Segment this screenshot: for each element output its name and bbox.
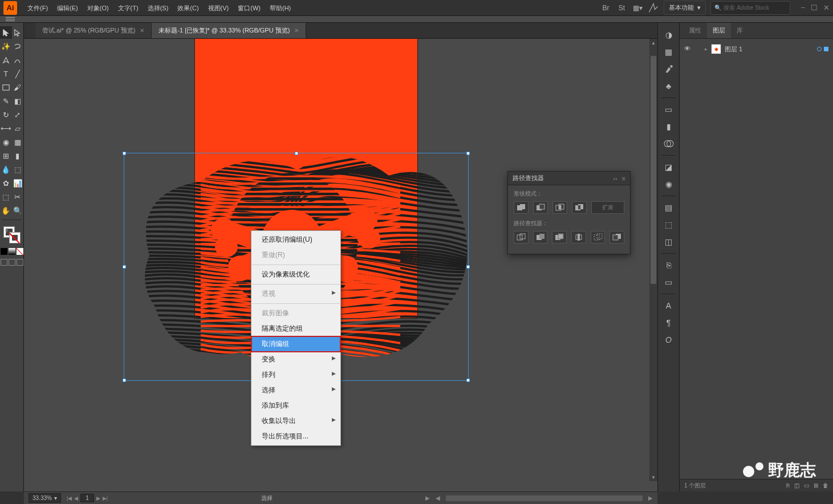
shaper-tool[interactable]: ✎ <box>0 95 12 107</box>
line-tool[interactable]: ╱ <box>12 67 24 80</box>
artboard-tool[interactable]: ⬚ <box>0 190 12 203</box>
close-icon[interactable]: ✕ <box>823 3 830 12</box>
expand-button[interactable]: 扩展 <box>591 201 624 214</box>
minimize-icon[interactable]: − <box>801 3 805 12</box>
resize-handle[interactable] <box>466 265 470 269</box>
align-panel-icon[interactable]: ▤ <box>661 200 677 215</box>
panel-menu-icon[interactable] <box>6 17 15 21</box>
draw-inside[interactable] <box>17 259 23 266</box>
ctx-select[interactable]: 选择▶ <box>251 383 340 398</box>
maximize-icon[interactable]: ☐ <box>811 3 818 12</box>
none-swatch[interactable] <box>17 248 23 255</box>
unite-button[interactable] <box>514 201 529 214</box>
vertical-scrollbar[interactable]: ▲ ▼ <box>649 39 657 481</box>
draw-normal[interactable] <box>1 259 7 266</box>
pen-tool[interactable] <box>0 54 12 66</box>
menu-effect[interactable]: 效果(C) <box>173 0 203 16</box>
visibility-icon[interactable]: 👁 <box>684 45 692 53</box>
merge-button[interactable] <box>552 231 567 243</box>
paragraph-panel-icon[interactable]: ¶ <box>661 315 677 330</box>
locate-icon[interactable]: ⎘ <box>786 482 790 489</box>
character-panel-icon[interactable]: A <box>661 298 677 313</box>
scroll-up-icon[interactable]: ▲ <box>649 39 657 47</box>
fill-stroke-swatch[interactable]: ? <box>2 225 22 245</box>
ctx-export-selection[interactable]: 导出所选项目... <box>251 429 340 444</box>
menu-select[interactable]: 选择(S) <box>143 0 173 16</box>
trim-button[interactable] <box>533 231 548 243</box>
target-icon[interactable] <box>817 47 822 51</box>
menu-object[interactable]: 对象(O) <box>83 0 113 16</box>
color-panel-icon[interactable]: ◑ <box>661 27 677 42</box>
symbol-sprayer-tool[interactable]: ✿ <box>0 177 12 189</box>
hscroll-right-icon[interactable]: ▶ <box>648 495 653 501</box>
menu-type[interactable]: 文字(T) <box>113 0 143 16</box>
scroll-thumb[interactable] <box>651 56 656 284</box>
tab-libraries[interactable]: 库 <box>731 23 749 38</box>
menu-view[interactable]: 视图(V) <box>204 0 234 16</box>
last-page-icon[interactable]: ▶| <box>103 495 108 501</box>
layer-name[interactable]: 图层 1 <box>725 45 742 54</box>
new-sublayer-icon[interactable]: ▭ <box>804 482 809 489</box>
hscroll-left-icon[interactable]: ◀ <box>436 495 440 501</box>
asset-export-panel-icon[interactable]: ⎘ <box>661 258 677 273</box>
menu-help[interactable]: 帮助(H) <box>265 0 295 16</box>
transform-panel-icon[interactable]: ⬚ <box>661 217 677 232</box>
pathfinder-header[interactable]: 路径查找器 ››≡ <box>508 172 630 185</box>
ctx-add-to-library[interactable]: 添加到库 <box>251 398 340 413</box>
divide-button[interactable] <box>514 231 529 243</box>
close-tab-icon[interactable]: ✕ <box>294 27 299 34</box>
collapse-icon[interactable]: ›› <box>613 175 617 182</box>
scroll-down-icon[interactable]: ▼ <box>649 473 657 481</box>
opentype-panel-icon[interactable]: O <box>661 332 677 347</box>
ctx-pixel-perfect[interactable]: 设为像素级优化 <box>251 267 340 282</box>
tab-layers[interactable]: 图层 <box>707 23 731 38</box>
tab-properties[interactable]: 属性 <box>683 23 707 38</box>
minus-back-button[interactable] <box>609 231 624 243</box>
expand-icon[interactable]: ▸ <box>705 46 708 52</box>
gpu-icon[interactable] <box>648 2 659 14</box>
rectangle-tool[interactable] <box>0 81 12 94</box>
gradient-swatch[interactable] <box>9 248 15 255</box>
bridge-icon[interactable]: Br <box>600 2 611 14</box>
next-page-icon[interactable]: ▶ <box>96 495 100 501</box>
hand-tool[interactable]: ✋ <box>0 204 12 217</box>
graph-tool[interactable]: 📊 <box>12 177 24 189</box>
exclude-button[interactable] <box>572 201 587 214</box>
resize-handle[interactable] <box>466 379 470 382</box>
resize-handle[interactable] <box>123 379 126 382</box>
ctx-ungroup[interactable]: 取消编组 <box>251 336 340 352</box>
artboards-panel-icon[interactable]: ▭ <box>661 275 677 290</box>
perspective-tool[interactable]: ▦ <box>12 136 24 148</box>
appearance-panel-icon[interactable]: ◪ <box>661 160 677 174</box>
close-tab-icon[interactable]: ✕ <box>140 27 144 34</box>
outline-button[interactable] <box>591 231 606 243</box>
gradient-tool[interactable]: ▮ <box>12 149 24 162</box>
menu-file[interactable]: 文件(F) <box>23 0 52 16</box>
brushes-panel-icon[interactable] <box>661 62 677 76</box>
lasso-tool[interactable] <box>12 40 24 52</box>
rotate-tool[interactable]: ↻ <box>0 108 12 121</box>
status-arrow-icon[interactable]: ▶ <box>425 495 430 501</box>
zoom-level[interactable]: 33.33%▾ <box>29 493 61 503</box>
mesh-tool[interactable]: ⊞ <box>0 149 12 162</box>
menu-edit[interactable]: 编辑(E) <box>52 0 83 16</box>
width-tool[interactable]: ⟷ <box>0 122 12 135</box>
ctx-arrange[interactable]: 排列▶ <box>251 367 340 383</box>
eraser-tool[interactable]: ◧ <box>12 95 24 107</box>
draw-behind[interactable] <box>9 259 15 266</box>
workspace-switcher[interactable]: 基本功能 ▾ <box>664 1 706 15</box>
type-tool[interactable]: T <box>0 67 12 80</box>
panel-menu-icon[interactable]: ≡ <box>622 175 625 182</box>
resize-handle[interactable] <box>466 152 470 155</box>
new-layer-icon[interactable]: ⊞ <box>814 482 818 489</box>
ctx-undo[interactable]: 还原取消编组(U) <box>251 232 340 247</box>
paintbrush-tool[interactable]: 🖌 <box>12 81 24 94</box>
ctx-collect-export[interactable]: 收集以导出▶ <box>251 413 340 429</box>
doc-tab-1[interactable]: 尝试.ai* @ 25% (RGB/GPU 预览)✕ <box>35 23 152 38</box>
first-page-icon[interactable]: |◀ <box>67 495 72 501</box>
resize-handle[interactable] <box>123 152 126 155</box>
symbols-panel-icon[interactable]: ♣ <box>661 79 677 94</box>
intersect-button[interactable] <box>552 201 567 214</box>
hscroll-thumb[interactable] <box>446 495 643 501</box>
arrange-icon[interactable]: ▦▾ <box>632 2 643 14</box>
